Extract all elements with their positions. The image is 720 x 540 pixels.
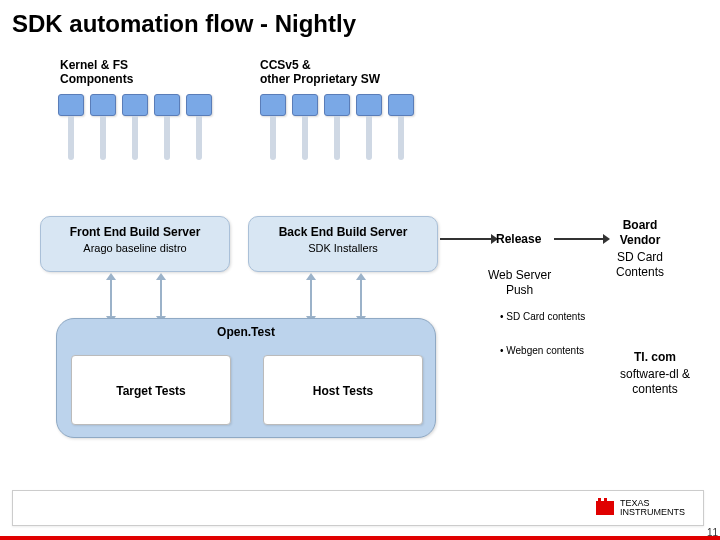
- connector-release-vendor: [554, 238, 604, 240]
- web-server-push-node: Web Server Push: [488, 268, 551, 298]
- target-tests-box: Target Tests: [71, 355, 231, 425]
- footer-bar: TEXAS INSTRUMENTS: [12, 490, 704, 526]
- back-server-sub: SDK Installers: [249, 242, 437, 254]
- front-server-sub: Arago baseline distro: [41, 242, 229, 254]
- bullet-webgen: Webgen contents: [500, 344, 584, 358]
- opentest-container: Open.Test Target Tests Host Tests: [56, 318, 436, 438]
- opentest-label: Open.Test: [217, 325, 275, 339]
- board-vendor-node: Board Vendor SD Card Contents: [616, 218, 664, 280]
- connector-back-release: [440, 238, 492, 240]
- footer-red-edge: [0, 536, 720, 540]
- slide-title: SDK automation flow - Nightly: [12, 10, 356, 38]
- ti-logo: TEXAS INSTRUMENTS: [596, 499, 685, 517]
- connector-back-host: [310, 278, 312, 318]
- label-kernel-fs: Kernel & FS Components: [60, 58, 133, 87]
- ticom-node: TI. com software-dl & contents: [620, 350, 690, 397]
- ti-chip-icon: [596, 501, 614, 515]
- back-end-build-server: Back End Build Server SDK Installers: [248, 216, 438, 272]
- pillars-front: [58, 94, 212, 154]
- pillars-back: [260, 94, 414, 154]
- bullet-sd: SD Card contents: [500, 310, 585, 324]
- connector-front-target-2: [160, 278, 162, 318]
- release-node: Release: [496, 232, 541, 247]
- back-server-title: Back End Build Server: [249, 225, 437, 239]
- host-tests-box: Host Tests: [263, 355, 423, 425]
- connector-front-target: [110, 278, 112, 318]
- label-ccsv5: CCSv5 & other Proprietary SW: [260, 58, 380, 87]
- front-end-build-server: Front End Build Server Arago baseline di…: [40, 216, 230, 272]
- ti-brand-text: TEXAS INSTRUMENTS: [620, 499, 685, 517]
- connector-back-host-2: [360, 278, 362, 318]
- front-server-title: Front End Build Server: [41, 225, 229, 239]
